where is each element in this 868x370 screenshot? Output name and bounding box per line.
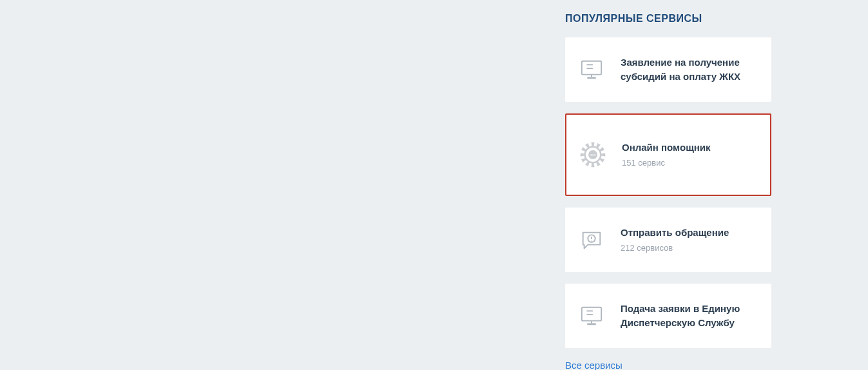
popular-services-panel: ПОПУЛЯРНЫЕ СЕРВИСЫ Заявление на получени… (565, 13, 771, 370)
service-text: Подача заявки в Единую Диспетчерскую Слу… (621, 302, 758, 330)
section-title: ПОПУЛЯРНЫЕ СЕРВИСЫ (565, 13, 771, 24)
service-title: Подача заявки в Единую Диспетчерскую Слу… (621, 302, 758, 330)
monitor-icon (578, 56, 605, 83)
service-title: Отправить обращение (621, 226, 758, 240)
all-services-link[interactable]: Все сервисы (565, 360, 622, 370)
svg-text:ЖКХ: ЖКХ (589, 153, 596, 157)
service-text: Онлайн помощник 151 сервис (622, 141, 757, 169)
service-subtitle: 151 сервис (622, 157, 757, 169)
svg-rect-0 (582, 61, 601, 75)
service-text: Заявление на получение субсидий на оплат… (621, 55, 758, 84)
service-title: Заявление на получение субсидий на оплат… (621, 55, 758, 84)
monitor-icon (578, 302, 605, 329)
service-title: Онлайн помощник (622, 141, 757, 155)
service-card-online-helper[interactable]: ЖКХ Онлайн помощник 151 сервис (565, 113, 771, 196)
service-text: Отправить обращение 212 сервисов (621, 226, 758, 254)
service-subtitle: 212 сервисов (621, 242, 758, 254)
message-alert-icon (578, 226, 605, 253)
service-card-send-request[interactable]: Отправить обращение 212 сервисов (565, 208, 771, 272)
service-card-dispatch[interactable]: Подача заявки в Единую Диспетчерскую Слу… (565, 284, 771, 348)
service-card-subsidy[interactable]: Заявление на получение субсидий на оплат… (565, 37, 771, 102)
svg-rect-3 (587, 77, 595, 79)
gear-icon: ЖКХ (579, 141, 606, 168)
svg-point-10 (591, 240, 592, 242)
svg-rect-14 (587, 323, 595, 325)
